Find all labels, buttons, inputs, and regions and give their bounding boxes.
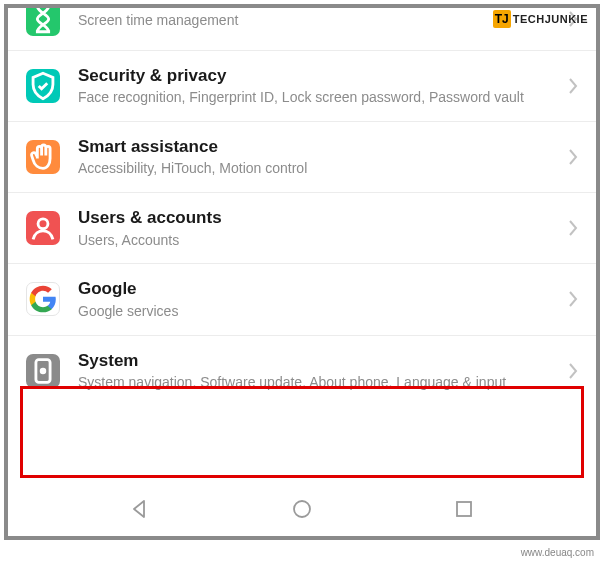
system-icon (26, 354, 60, 388)
settings-list: Screen time management Security & privac… (8, 8, 596, 406)
nav-recent-button[interactable] (434, 489, 494, 529)
settings-row-users-accounts[interactable]: Users & accounts Users, Accounts (8, 193, 596, 264)
brand-name: TECHJUNKIE (513, 13, 588, 25)
svg-point-3 (294, 501, 310, 517)
row-text: Users & accounts Users, Accounts (78, 207, 560, 249)
settings-row-system[interactable]: System System navigation, Software updat… (8, 336, 596, 406)
settings-row-smart-assistance[interactable]: Smart assistance Accessibility, HiTouch,… (8, 122, 596, 193)
brand-badge: TJ TECHJUNKIE (493, 10, 588, 28)
row-title: Google (78, 278, 560, 299)
row-text: Screen time management (78, 9, 560, 30)
nav-back-button[interactable] (110, 489, 170, 529)
settings-row-security-privacy[interactable]: Security & privacy Face recognition, Fin… (8, 51, 596, 122)
row-title: Security & privacy (78, 65, 560, 86)
chevron-right-icon (568, 148, 578, 166)
nav-home-button[interactable] (272, 489, 332, 529)
shield-icon (26, 69, 60, 103)
android-navbar (8, 482, 596, 536)
row-title: Smart assistance (78, 136, 560, 157)
row-title: System (78, 350, 560, 371)
svg-point-2 (41, 369, 45, 373)
row-subtitle: System navigation, Software update, Abou… (78, 373, 560, 392)
hourglass-icon (26, 4, 60, 36)
row-subtitle: Users, Accounts (78, 231, 560, 250)
svg-point-0 (38, 219, 48, 229)
google-icon (26, 282, 60, 316)
hand-icon (26, 140, 60, 174)
user-icon (26, 211, 60, 245)
row-subtitle: Face recognition, Fingerprint ID, Lock s… (78, 88, 560, 107)
row-subtitle: Google services (78, 302, 560, 321)
chevron-right-icon (568, 77, 578, 95)
watermark: www.deuaq.com (521, 547, 594, 558)
row-title: Users & accounts (78, 207, 560, 228)
row-subtitle: Accessibility, HiTouch, Motion control (78, 159, 560, 178)
chevron-right-icon (568, 219, 578, 237)
row-text: System System navigation, Software updat… (78, 350, 560, 392)
chevron-right-icon (568, 290, 578, 308)
row-text: Google Google services (78, 278, 560, 320)
row-subtitle: Screen time management (78, 11, 560, 30)
settings-row-google[interactable]: Google Google services (8, 264, 596, 335)
brand-logo: TJ (493, 10, 511, 28)
svg-rect-4 (457, 502, 471, 516)
row-text: Smart assistance Accessibility, HiTouch,… (78, 136, 560, 178)
chevron-right-icon (568, 362, 578, 380)
row-text: Security & privacy Face recognition, Fin… (78, 65, 560, 107)
